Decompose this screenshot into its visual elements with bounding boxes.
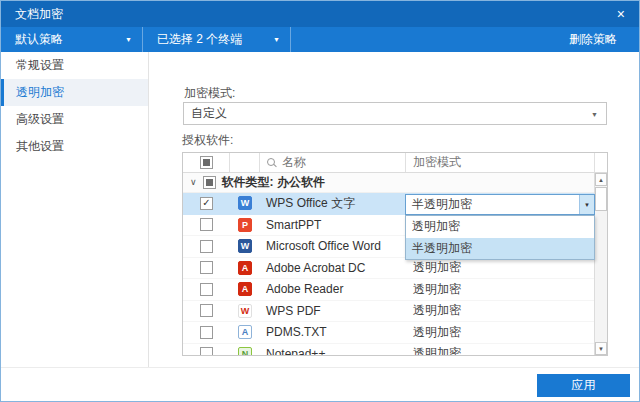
policy-selector[interactable]: 默认策略 ▼ <box>1 27 143 52</box>
apply-button[interactable]: 应用 <box>537 374 630 397</box>
chevron-down-icon[interactable]: ∨ <box>190 178 197 187</box>
row-checkbox[interactable] <box>200 304 213 317</box>
dialog-title: 文档加密 <box>15 6 63 23</box>
software-name: Adobe Reader <box>260 282 406 296</box>
document-encryption-dialog: 文档加密 × 默认策略 ▼ 已选择 2 个终端 ▼ 删除策略 常规设置 透明加密… <box>0 0 640 402</box>
mode-cell[interactable]: 透明加密 <box>406 281 594 298</box>
combobox-caret-icon[interactable]: ▼ <box>579 195 594 214</box>
table-scrollbar[interactable]: ▲ ▼ <box>594 173 607 355</box>
software-name: PDMS.TXT <box>260 325 406 339</box>
mode-cell[interactable]: 透明加密 <box>406 259 594 276</box>
dialog-footer: 应用 <box>1 367 639 401</box>
smartppt-icon: P <box>238 218 252 232</box>
row-checkbox[interactable] <box>200 218 213 231</box>
sidebar-item-advanced[interactable]: 高级设置 <box>1 106 148 133</box>
row-checkbox[interactable] <box>200 347 213 356</box>
caret-down-icon: ▼ <box>125 36 132 43</box>
table-row[interactable]: N Notepad++ 透明加密 <box>183 344 594 357</box>
adobe-reader-icon: A <box>238 282 252 296</box>
header-name-cell: 名称 <box>260 153 406 172</box>
caret-down-icon: ▼ <box>273 36 280 43</box>
mode-combobox-value: 半透明加密 <box>412 196 472 213</box>
table-row[interactable]: W WPS PDF 透明加密 <box>183 301 594 323</box>
row-checkbox[interactable] <box>200 240 213 253</box>
software-name: SmartPPT <box>260 218 406 232</box>
adobe-acrobat-icon: A <box>238 261 252 275</box>
group-label: 软件类型: 办公软件 <box>222 174 325 191</box>
group-checkbox[interactable] <box>203 176 216 189</box>
text-file-icon: A <box>238 325 252 339</box>
mode-dropdown-popup: 透明加密 半透明加密 <box>405 215 595 260</box>
toolbar-spacer <box>291 27 569 52</box>
scroll-down-icon[interactable]: ▼ <box>595 342 607 355</box>
row-checkbox[interactable] <box>200 283 213 296</box>
policy-selector-label: 默认策略 <box>15 31 63 48</box>
select-all-checkbox[interactable] <box>200 156 213 169</box>
header-scrollbar-cell <box>595 153 607 172</box>
software-name: Adobe Acrobat DC <box>260 261 406 275</box>
settings-sidebar: 常规设置 透明加密 高级设置 其他设置 <box>1 52 149 367</box>
mode-combobox[interactable]: 半透明加密 ▼ <box>405 194 595 215</box>
dropdown-option[interactable]: 透明加密 <box>406 216 594 238</box>
scrollbar-thumb[interactable] <box>595 187 607 211</box>
software-group-row[interactable]: ∨ 软件类型: 办公软件 <box>183 173 594 193</box>
table-row[interactable]: A PDMS.TXT 透明加密 <box>183 322 594 344</box>
mode-column-header: 加密模式 <box>406 153 595 172</box>
sidebar-item-transparent-encryption[interactable]: 透明加密 <box>1 79 148 106</box>
sidebar-item-general[interactable]: 常规设置 <box>1 52 148 79</box>
header-checkbox-cell <box>183 153 230 172</box>
row-checkbox[interactable]: ✓ <box>200 197 213 210</box>
close-icon[interactable]: × <box>613 7 629 21</box>
table-row[interactable]: A Adobe Acrobat DC 透明加密 <box>183 258 594 280</box>
mode-cell[interactable]: 透明加密 <box>406 345 594 356</box>
wps-pdf-icon: W <box>238 304 252 318</box>
caret-down-icon: ▼ <box>591 111 598 118</box>
name-column-header: 名称 <box>282 154 306 171</box>
mode-cell[interactable]: 透明加密 <box>406 324 594 341</box>
terminal-selector[interactable]: 已选择 2 个终端 ▼ <box>143 27 291 52</box>
wps-writer-icon: W <box>238 196 252 210</box>
software-name: WPS PDF <box>260 304 406 318</box>
policy-toolbar: 默认策略 ▼ 已选择 2 个终端 ▼ 删除策略 <box>1 27 639 52</box>
delete-policy-button[interactable]: 删除策略 <box>569 27 639 52</box>
encryption-mode-value: 自定义 <box>191 106 227 120</box>
software-name: Microsoft Office Word <box>260 239 406 253</box>
encryption-mode-label: 加密模式: <box>184 85 235 102</box>
table-header: 名称 加密模式 <box>183 153 607 173</box>
table-row[interactable]: A Adobe Reader 透明加密 <box>183 279 594 301</box>
search-icon[interactable] <box>267 158 277 168</box>
row-checkbox[interactable] <box>200 261 213 274</box>
titlebar: 文档加密 × <box>1 1 639 27</box>
scroll-up-icon[interactable]: ▲ <box>595 173 607 186</box>
encryption-mode-select[interactable]: 自定义 ▼ <box>183 102 607 125</box>
row-checkbox[interactable] <box>200 326 213 339</box>
terminal-selector-label: 已选择 2 个终端 <box>157 31 242 48</box>
ms-word-icon: W <box>238 239 252 253</box>
mode-cell[interactable]: 透明加密 <box>406 302 594 319</box>
dropdown-option-selected[interactable]: 半透明加密 <box>406 238 594 260</box>
software-name: WPS Office 文字 <box>260 195 406 212</box>
notepad-plus-plus-icon: N <box>238 347 252 356</box>
header-icon-cell <box>230 153 260 172</box>
sidebar-item-other[interactable]: 其他设置 <box>1 133 148 160</box>
software-name: Notepad++ <box>260 347 406 356</box>
authorized-software-label: 授权软件: <box>182 132 233 149</box>
